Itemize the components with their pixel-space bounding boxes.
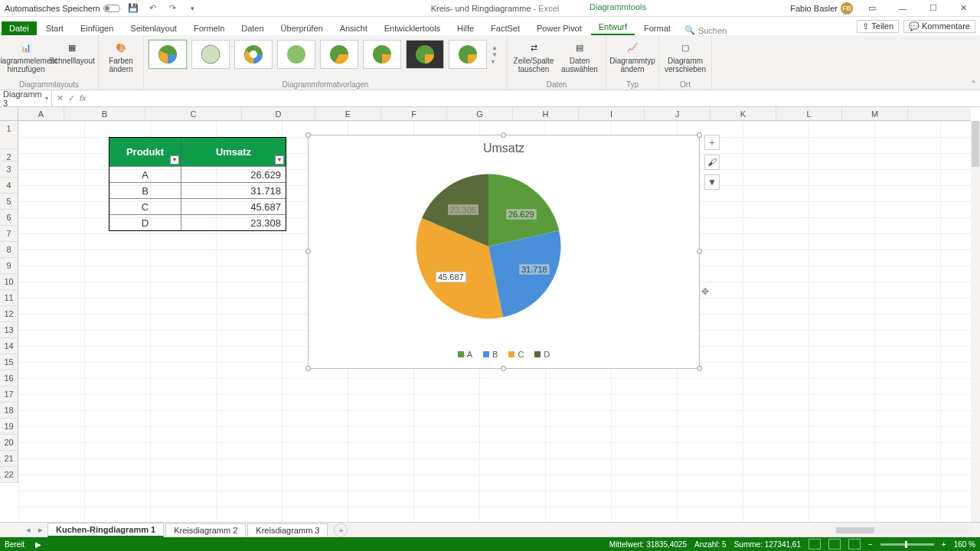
chart-legend[interactable]: A B C D	[309, 350, 699, 359]
table-row[interactable]: D23.308	[109, 214, 286, 230]
chart-style-1[interactable]	[149, 40, 187, 69]
enter-formula-icon[interactable]: ✓	[68, 93, 75, 103]
table-row[interactable]: C45.687	[109, 198, 286, 214]
row-header[interactable]: 19	[0, 419, 18, 435]
chart-style-4[interactable]	[277, 40, 315, 69]
table-row[interactable]: A26.629	[109, 166, 286, 182]
tab-factset[interactable]: FactSet	[483, 21, 528, 35]
tab-pagelayout[interactable]: Seitenlayout	[122, 21, 185, 35]
tab-view[interactable]: Ansicht	[332, 21, 375, 35]
file-tab[interactable]: Datei	[2, 21, 37, 35]
comments-button[interactable]: 💬Kommentare	[903, 20, 975, 33]
resize-handle[interactable]	[697, 366, 702, 371]
tab-format[interactable]: Format	[636, 21, 678, 35]
filter-icon[interactable]: ▾	[275, 155, 284, 165]
resize-handle[interactable]	[501, 132, 506, 138]
tab-formulas[interactable]: Formeln	[186, 21, 232, 35]
data-label-c[interactable]: 45.687	[436, 272, 466, 282]
column-headers[interactable]: A B C D E F G H I J K L M	[18, 107, 971, 121]
resize-handle[interactable]	[501, 366, 506, 371]
legend-item[interactable]: D	[534, 350, 550, 359]
chart-style-5[interactable]	[320, 40, 358, 69]
chart-style-6[interactable]	[363, 40, 401, 69]
row-header[interactable]: 16	[0, 370, 18, 386]
row-headers[interactable]: 1 2 3 4 5 6 7 8 9 10 11 12 13 14 15 16 1…	[0, 121, 18, 483]
col-header[interactable]: F	[381, 107, 447, 120]
row-header[interactable]: 6	[0, 210, 18, 226]
resize-handle[interactable]	[305, 132, 311, 138]
worksheet-grid[interactable]: A B C D E F G H I J K L M 1 2 3 4 5 6 7 …	[0, 107, 980, 522]
chart-style-8[interactable]	[449, 40, 487, 69]
resize-handle[interactable]	[697, 132, 702, 138]
row-header[interactable]: 3	[0, 161, 18, 178]
tab-help[interactable]: Hilfe	[449, 21, 482, 35]
new-sheet-button[interactable]: +	[334, 523, 348, 537]
formula-input[interactable]	[94, 92, 980, 106]
chart-style-2[interactable]	[191, 40, 230, 69]
horizontal-scrollbar[interactable]	[835, 527, 972, 534]
table-header-umsatz[interactable]: Umsatz ▾	[181, 138, 286, 166]
row-header[interactable]: 17	[0, 386, 18, 403]
style-gallery-more[interactable]: ▲▼▾	[492, 40, 502, 69]
col-header[interactable]: M	[842, 107, 908, 120]
row-header[interactable]: 13	[0, 322, 18, 338]
col-header[interactable]: B	[64, 107, 145, 120]
move-chart-button[interactable]: ▢ Diagramm verschieben	[664, 37, 707, 75]
macro-record-icon[interactable]: ▶	[35, 540, 41, 549]
col-header[interactable]: I	[579, 107, 645, 120]
data-table[interactable]: Produkt ▾ Umsatz ▾ A26.629 B31.718 C45.6…	[109, 137, 286, 231]
row-header[interactable]: 21	[0, 451, 18, 467]
filter-icon[interactable]: ▾	[170, 155, 179, 165]
ribbon-display-options-icon[interactable]: ▭	[861, 1, 884, 16]
data-label-b[interactable]: 31.718	[519, 264, 550, 275]
account-button[interactable]: Fabio Basler FB	[790, 2, 853, 15]
legend-item[interactable]: B	[483, 350, 498, 359]
row-header[interactable]: 22	[0, 467, 18, 483]
qat-customize-icon[interactable]: ▾	[186, 2, 200, 15]
select-data-button[interactable]: ▤ Daten auswählen	[558, 37, 601, 75]
page-break-view-icon[interactable]	[848, 539, 861, 549]
cancel-formula-icon[interactable]: ✕	[57, 93, 64, 103]
row-header[interactable]: 15	[0, 354, 18, 370]
chart-style-7[interactable]	[406, 40, 444, 69]
quick-layout-button[interactable]: ▦ Schnelllayout	[51, 37, 93, 67]
change-chart-type-button[interactable]: 📈 Diagrammtyp ändern	[611, 37, 654, 75]
chart-style-3[interactable]	[234, 40, 273, 69]
vertical-scrollbar[interactable]	[971, 121, 980, 522]
row-header[interactable]: 2	[0, 149, 18, 161]
name-box[interactable]: Diagramm 3▾	[0, 90, 52, 108]
resize-handle[interactable]	[697, 249, 702, 254]
tab-powerpivot[interactable]: Power Pivot	[529, 21, 590, 35]
chart-elements-button[interactable]: ＋	[704, 135, 720, 150]
row-header[interactable]: 20	[0, 435, 18, 451]
minimize-icon[interactable]: —	[891, 1, 914, 16]
collapse-ribbon-icon[interactable]: ˄	[972, 80, 975, 88]
row-header[interactable]: 7	[0, 226, 18, 242]
add-chart-element-button[interactable]: 📊 Diagrammelement hinzufügen	[5, 37, 47, 75]
chart-styles-button[interactable]: 🖌	[704, 155, 720, 170]
row-header[interactable]: 4	[0, 178, 18, 194]
resize-handle[interactable]	[305, 249, 311, 254]
sheet-tab[interactable]: Kreisdiagramm 3	[247, 523, 328, 536]
chevron-down-icon[interactable]: ▾	[45, 95, 48, 102]
row-header[interactable]: 8	[0, 242, 18, 258]
legend-item[interactable]: A	[458, 350, 472, 359]
undo-icon[interactable]: ↶	[146, 2, 160, 15]
sheet-tab[interactable]: Kuchen-Ringdiagramm 1	[47, 523, 164, 537]
pie-chart[interactable]: 26.629 31.718 45.687 23.308	[408, 166, 569, 327]
scrollbar-thumb[interactable]	[972, 121, 979, 167]
row-header[interactable]: 14	[0, 338, 18, 354]
maximize-icon[interactable]: ☐	[922, 1, 945, 16]
row-header[interactable]: 5	[0, 194, 18, 210]
fx-icon[interactable]: fx	[80, 93, 87, 103]
col-header[interactable]: A	[18, 107, 64, 120]
tab-data[interactable]: Daten	[234, 21, 271, 35]
redo-icon[interactable]: ↷	[166, 2, 180, 15]
col-header[interactable]: J	[645, 107, 710, 120]
save-icon[interactable]: 💾	[126, 2, 140, 15]
normal-view-icon[interactable]	[808, 539, 821, 549]
share-button[interactable]: ⇪Teilen	[857, 20, 899, 33]
switch-row-col-button[interactable]: ⇄ Zeile/Spalte tauschen	[512, 37, 555, 75]
page-layout-view-icon[interactable]	[828, 539, 841, 549]
tab-design[interactable]: Entwurf	[591, 20, 635, 35]
